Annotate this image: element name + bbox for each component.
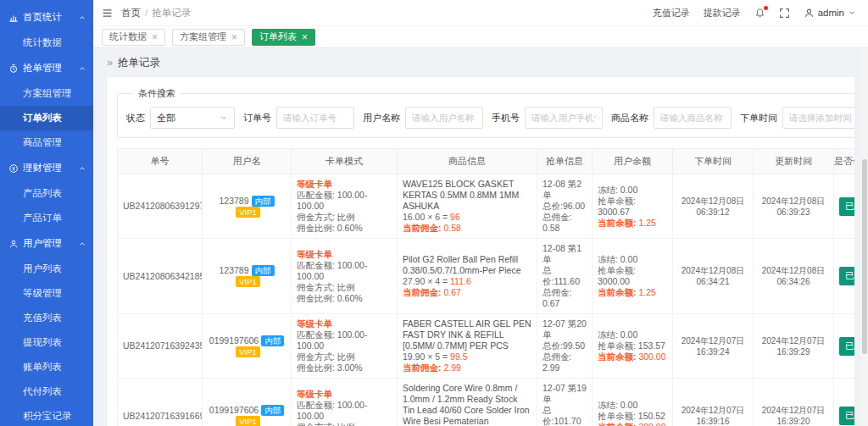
phone-input[interactable] [525, 107, 603, 129]
order-time-cell: 2024年12月07日 16:39:24 [673, 314, 754, 379]
tab-2[interactable]: 方案组管理× [172, 29, 245, 46]
order-time-input[interactable] [782, 107, 854, 129]
sidebar-item[interactable]: 提现列表 [0, 330, 93, 355]
username-input[interactable] [405, 107, 483, 129]
table-header-row: 单号用户名卡单模式商品信息抢单信息用户余额下单时间更新时间是否付款操作 [118, 149, 855, 174]
vertical-scrollbar[interactable] [861, 49, 868, 426]
breadcrumb-home[interactable]: 首页 [121, 8, 141, 18]
sidebar-section-finance[interactable]: 理财管理 [0, 155, 93, 181]
sidebar-item[interactable]: 充值列表 [0, 306, 93, 330]
tab-3[interactable]: 订单列表× [252, 29, 315, 46]
paid-status-button[interactable]: 已付款 [839, 197, 854, 216]
tab-close-icon[interactable]: × [152, 32, 158, 42]
user-badge: VIP1 [236, 207, 260, 218]
sidebar-item[interactable]: 产品订单 [0, 206, 93, 230]
column-header: 下单时间 [673, 149, 754, 174]
content-area: »抢单记录 条件搜索 状态全部订单号用户名称手机号商品名称下单时间搜 索 单号用… [93, 48, 868, 426]
card-mode-line: 佣金比例: 3.00% [297, 362, 392, 373]
sidebar-item[interactable]: 代付列表 [0, 379, 93, 404]
sidebar-item[interactable]: 账单列表 [0, 355, 93, 379]
product-cell: WAVE125 BLOCK GASKET KERTAS 0.5MM 0.8MM … [398, 174, 537, 239]
withdraw-records-link[interactable]: 提款记录 [704, 7, 741, 19]
username-text: 0199197606 [209, 405, 259, 415]
tab-close-icon[interactable]: × [231, 32, 237, 42]
paid-cell: 已付款 [834, 239, 855, 314]
sidebar: 首页统计统计数据抢单管理方案组管理订单列表商品管理理财管理产品列表产品订单用户管… [0, 0, 93, 426]
title-marker: » [107, 57, 113, 69]
grab-info-line: 总价:96.00 [542, 201, 587, 212]
product-cell: Soldering Core Wire 0.8mm / 1.0mm / 1.2m… [398, 379, 537, 426]
table-row: UB2412080634218592123789内部VIP1等级卡单匹配金额: … [118, 239, 855, 314]
column-header: 用户名 [203, 149, 292, 174]
chevron-up-icon [78, 14, 86, 22]
user-cell: 0199197606内部VIP1 [203, 314, 292, 379]
sidebar-item[interactable]: 产品列表 [0, 181, 93, 206]
tab-close-icon[interactable]: × [302, 32, 308, 42]
sidebar-item[interactable]: 用户列表 [0, 257, 93, 281]
product-name: Soldering Core Wire 0.8mm / 1.0mm / 1.2m… [403, 383, 531, 426]
status-select[interactable]: 全部 [150, 107, 235, 129]
tab-1[interactable]: 统计数据× [102, 29, 165, 46]
update-time-cell: 2024年12月07日 16:39:20 [754, 379, 834, 426]
balance-line: 抢单余额: 153.57 [598, 340, 667, 351]
card-mode-cell: 等级卡单匹配金额: 100.00-100.00佣金方式: 比例佣金比例: 0.6… [292, 174, 398, 239]
formula-result: 99.5 [450, 351, 467, 362]
current-commission: 当前佣金: 2.99 [403, 362, 531, 373]
paid-status-button[interactable]: 已付款 [839, 337, 854, 356]
balance-line: 冻结: 0.00 [598, 185, 667, 196]
scrollbar-thumb[interactable] [862, 159, 867, 354]
product-name: WAVE125 BLOCK GASKET KERTAS 0.5MM 0.8MM … [403, 179, 531, 212]
recharge-records-link[interactable]: 充值记录 [653, 7, 690, 19]
current-balance-label: 当前余额: [598, 287, 638, 297]
user-menu[interactable]: admin [804, 8, 856, 19]
sidebar-item[interactable]: 统计数据 [0, 30, 93, 55]
sidebar-item[interactable]: 等级管理 [0, 281, 93, 306]
sidebar-item[interactable]: 商品管理 [0, 130, 93, 155]
product-name: Pilot G2 Roller Ball Pen Refill 0.38/0.5… [403, 254, 531, 276]
chevron-up-icon [78, 64, 86, 73]
paid-status-button[interactable]: 已付款 [839, 407, 854, 425]
grab-info-line: 12-07 第19单 [542, 383, 587, 405]
sidebar-section-home-stats[interactable]: 首页统计 [0, 4, 93, 30]
sidebar-section-grab-orders[interactable]: 抢单管理 [0, 55, 93, 81]
user-cell: 123789内部VIP1 [203, 239, 292, 314]
username-text: 0199197606 [209, 335, 259, 346]
grab-info-cell: 12-07 第20单总价:99.50总佣金: 2.99 [537, 314, 593, 379]
sidebar-item[interactable]: 方案组管理 [0, 81, 93, 106]
content-card: 条件搜索 状态全部订单号用户名称手机号商品名称下单时间搜 索 单号用户名卡单模式… [107, 77, 854, 426]
sidebar-menu: 首页统计统计数据抢单管理方案组管理订单列表商品管理理财管理产品列表产品订单用户管… [0, 4, 93, 426]
order-no-input[interactable] [276, 107, 354, 129]
user-cell: 123789内部VIP1 [203, 174, 292, 239]
product-name-input[interactable] [654, 107, 732, 129]
sidebar-section-users[interactable]: 用户管理 [0, 230, 93, 257]
main-area: 首页/抢单记录 充值记录 提款记录 admin [93, 0, 868, 426]
user-avatar-icon [804, 8, 815, 19]
current-balance-label: 当前余额: [598, 218, 638, 228]
username-text: 123789 [219, 196, 248, 206]
balance-cell: 冻结: 0.00抢单余额: 3000.00当前余额: 1.25 [593, 239, 673, 314]
orders-table: 单号用户名卡单模式商品信息抢单信息用户余额下单时间更新时间是否付款操作 UB24… [117, 148, 854, 426]
product-name: FABER CASTELL AIR GEL PEN FAST DRY INK &… [403, 318, 531, 351]
table-body: UB2412080639129784123789内部VIP1等级卡单匹配金额: … [118, 174, 855, 426]
card-mode-line: 佣金方式: 比例 [297, 282, 392, 293]
filter-label: 商品名称 [611, 112, 648, 124]
user-cell: 0199197606内部VIP1 [203, 379, 292, 426]
grab-info-line: 总价:101.70 [542, 405, 587, 426]
update-time-cell: 2024年12月08日 06:34:26 [754, 239, 834, 314]
menu-toggle-icon[interactable] [102, 8, 113, 19]
filter-group-order-no-input: 订单号 [243, 107, 354, 129]
paid-status-button[interactable]: 已付款 [839, 267, 854, 285]
filter-label: 状态 [126, 112, 145, 124]
app-window: 首页统计统计数据抢单管理方案组管理订单列表商品管理理财管理产品列表产品订单用户管… [0, 0, 868, 426]
notifications-bell-icon[interactable] [754, 8, 765, 19]
search-panel: 条件搜索 状态全部订单号用户名称手机号商品名称下单时间搜 索 [117, 87, 854, 138]
grab-info-line: 总价:111.60 [542, 265, 587, 287]
balance-line: 冻结: 0.00 [598, 400, 667, 411]
fullscreen-icon[interactable] [779, 8, 790, 19]
filter-label: 手机号 [492, 112, 520, 124]
user-badge: 内部 [261, 335, 284, 346]
balance-line: 冻结: 0.00 [598, 329, 667, 340]
sidebar-item[interactable]: 订单列表 [0, 106, 93, 130]
sidebar-item[interactable]: 积分宝记录 [0, 404, 93, 426]
username-text: 123789 [219, 265, 248, 275]
